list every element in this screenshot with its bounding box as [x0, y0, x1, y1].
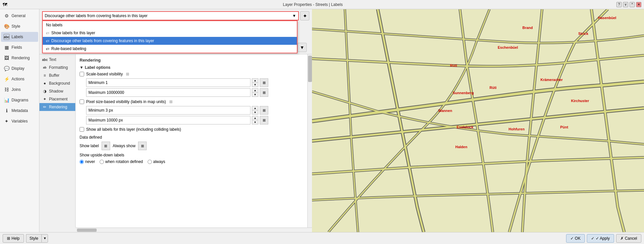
- scale-visibility-expr-icon: ⊞: [126, 72, 129, 76]
- min-scale-down[interactable]: ▼: [252, 83, 258, 87]
- ok-button[interactable]: ✓ OK: [566, 234, 585, 243]
- never-option[interactable]: never: [80, 159, 95, 164]
- scale-visibility-row: Scale-based visibility ⊞: [80, 72, 308, 76]
- expression-btn[interactable]: ✦: [300, 11, 309, 20]
- sidebar-item-variables[interactable]: ✦ Variables: [1, 116, 38, 126]
- joins-icon: ⛓: [4, 87, 10, 93]
- upside-down-section: Show upside-down labels never when rotat…: [80, 153, 308, 164]
- h-scroll-thumb[interactable]: [77, 229, 97, 232]
- label-options-header: ▼ Label options: [80, 65, 308, 70]
- sidebar-item-joins[interactable]: ⛓ Joins: [1, 85, 38, 95]
- sub-item-shadow[interactable]: ◑ Shadow: [39, 87, 75, 95]
- size-expr-btn[interactable]: ▼: [298, 43, 307, 52]
- max-pixel-row: ▲ ▼ ⊞: [86, 116, 308, 124]
- map-label-strick: Strick: [578, 32, 588, 36]
- show-all-labels-checkbox[interactable]: [80, 127, 84, 132]
- rendering-panel-title: Rendering: [80, 58, 308, 63]
- sidebar-item-rendering[interactable]: 🖼 Rendering: [1, 53, 38, 63]
- label-mode-dropdown[interactable]: Discourage other labels from covering fe…: [42, 11, 299, 20]
- sidebar-item-display[interactable]: 💬 Display: [1, 64, 38, 73]
- min-pixel-input[interactable]: [86, 106, 250, 115]
- max-pixel-input[interactable]: [86, 116, 250, 124]
- map-label-punt: Pünt: [560, 125, 568, 129]
- sidebar-item-fields[interactable]: ▦ Fields: [1, 42, 38, 52]
- max-pixel-spinner[interactable]: ▲ ▼: [252, 116, 258, 124]
- always-show-data-btn[interactable]: ⊞: [138, 142, 147, 150]
- sub-item-text[interactable]: abc Text: [39, 56, 75, 64]
- ok-checkmark-icon: ✓: [570, 236, 574, 241]
- min-scale-row: ▲ ▼ ⊞: [86, 78, 308, 87]
- max-pixel-down[interactable]: ▼: [252, 120, 258, 124]
- window-title: Layer Properties - Streets | Labels: [9, 2, 616, 7]
- sub-item-buffer-label: Buffer: [49, 73, 60, 78]
- sub-item-formatting[interactable]: ab Formatting: [39, 64, 75, 71]
- always-radio[interactable]: [148, 160, 152, 164]
- when-rotation-option[interactable]: when rotation defined: [100, 159, 143, 164]
- max-scale-input[interactable]: [86, 88, 250, 97]
- maximize-btn[interactable]: ^: [630, 2, 635, 7]
- horizontal-scroll[interactable]: [76, 228, 312, 232]
- min-pixel-spinner[interactable]: ▲ ▼: [252, 106, 258, 115]
- min-pixel-data-btn[interactable]: ⊞: [260, 106, 268, 115]
- cancel-button[interactable]: ✗ Cancel: [616, 234, 641, 243]
- min-pixel-down[interactable]: ▼: [252, 110, 258, 114]
- scale-visibility-checkbox[interactable]: [80, 72, 84, 76]
- dropdown-area: Discourage other labels from covering fe…: [39, 9, 312, 22]
- variables-icon: ✦: [4, 118, 10, 124]
- sidebar-label-labels: Labels: [12, 35, 23, 39]
- apply-button[interactable]: ✓ ✓ Apply: [587, 234, 614, 243]
- min-scale-input[interactable]: [86, 78, 250, 87]
- min-scale-spinner[interactable]: ▲ ▼: [252, 78, 258, 87]
- sub-item-rendering-label: Rendering: [49, 105, 67, 109]
- scroll-bar[interactable]: [307, 54, 312, 228]
- rule-based-label: Rule-based labeling: [51, 46, 86, 51]
- sidebar-item-actions[interactable]: ⚡ Actions: [1, 74, 38, 84]
- max-scale-up[interactable]: ▲: [252, 89, 258, 93]
- help-button[interactable]: ⊞ Help: [3, 234, 24, 243]
- dropdown-item-no-labels[interactable]: No labels: [43, 21, 297, 29]
- sidebar-item-style[interactable]: 🎨 Style: [1, 21, 38, 31]
- sidebar-item-labels[interactable]: abc Labels: [1, 32, 38, 42]
- when-rotation-label: when rotation defined: [105, 159, 143, 164]
- max-scale-row: ▲ ▼ ⊞: [86, 88, 308, 97]
- dropdown-item-rule-based[interactable]: 🏷 Rule-based labeling: [43, 45, 297, 53]
- sidebar-item-metadata[interactable]: ℹ Metadata: [1, 106, 38, 116]
- style-button[interactable]: Style: [26, 234, 42, 243]
- minimize-btn[interactable]: v: [623, 2, 628, 7]
- show-label-text: Show label: [80, 144, 99, 148]
- scroll-thumb[interactable]: [308, 56, 312, 82]
- sidebar-item-general[interactable]: ⚙ General: [1, 11, 38, 21]
- sidebar-item-diagrams[interactable]: 📊 Diagrams: [1, 95, 38, 105]
- max-pixel-up[interactable]: ▲: [252, 116, 258, 120]
- sub-item-rendering[interactable]: ✏ Rendering: [39, 103, 75, 111]
- window-controls[interactable]: ? v ^ ✕: [616, 2, 641, 7]
- max-pixel-data-btn[interactable]: ⊞: [260, 116, 268, 124]
- min-scale-data-btn[interactable]: ⊞: [260, 78, 268, 87]
- actions-icon: ⚡: [4, 76, 10, 82]
- show-label-data-btn[interactable]: ⊞: [102, 142, 110, 150]
- never-radio[interactable]: [80, 160, 84, 164]
- always-label: always: [153, 159, 165, 164]
- always-option[interactable]: always: [148, 159, 165, 164]
- sidebar-label-rendering: Rendering: [12, 56, 30, 60]
- close-btn[interactable]: ✕: [636, 2, 641, 7]
- max-scale-spinner[interactable]: ▲ ▼: [252, 88, 258, 97]
- when-rotation-radio[interactable]: [100, 160, 104, 164]
- help-btn[interactable]: ?: [616, 2, 622, 7]
- style-group: Style ▼: [26, 234, 48, 243]
- diagrams-icon: 📊: [4, 97, 10, 103]
- sidebar-label-variables: Variables: [12, 119, 28, 123]
- max-scale-data-btn[interactable]: ⊞: [260, 88, 268, 97]
- map-label-brand: Brand: [522, 26, 533, 30]
- max-scale-down[interactable]: ▼: [252, 93, 258, 96]
- sub-item-background[interactable]: ● Background: [39, 79, 75, 87]
- dropdown-item-show-labels[interactable]: 🏷 Show labels for this layer: [43, 29, 297, 37]
- style-arrow-button[interactable]: ▼: [41, 234, 48, 243]
- sub-item-placement[interactable]: ✦ Placement: [39, 95, 75, 103]
- min-scale-up[interactable]: ▲: [252, 79, 258, 83]
- dropdown-item-discourage[interactable]: 🏷 Discourage other labels from covering …: [43, 37, 297, 45]
- pixel-visibility-checkbox[interactable]: [80, 99, 84, 104]
- sub-item-buffer[interactable]: ≡ Buffer: [39, 71, 75, 79]
- min-pixel-up[interactable]: ▲: [252, 106, 258, 110]
- map-label-rueti-2: Rüti: [489, 86, 496, 90]
